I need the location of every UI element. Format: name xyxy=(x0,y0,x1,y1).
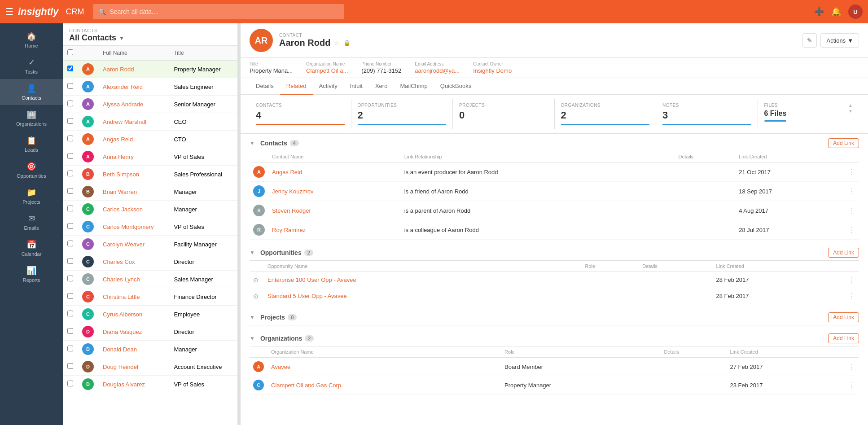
row-more-icon[interactable]: ⋮ xyxy=(848,168,855,176)
contact-list-row[interactable]: C Charles Lynch Sales Manager xyxy=(63,271,237,288)
row-checkbox[interactable] xyxy=(67,381,73,386)
related-contact-name-link[interactable]: Jenny Kouzmov xyxy=(272,188,314,195)
contact-list-row[interactable]: B Brian Warren Manager xyxy=(63,183,237,201)
row-checkbox[interactable] xyxy=(67,223,73,229)
contact-name-link[interactable]: Donald Dean xyxy=(103,346,137,353)
row-checkbox[interactable] xyxy=(67,293,73,299)
opportunity-name-link[interactable]: Enterprise 100 User Opp - Avavee xyxy=(267,276,356,283)
row-checkbox[interactable] xyxy=(67,118,73,124)
sidebar-item-contacts[interactable]: 👤 Contacts xyxy=(0,79,63,105)
row-more-icon[interactable]: ⋮ xyxy=(848,226,855,234)
contact-name-link[interactable]: Brian Warren xyxy=(103,188,137,195)
contact-name-link[interactable]: Charles Cox xyxy=(103,259,135,265)
sidebar-item-emails[interactable]: ✉ Emails xyxy=(0,209,63,235)
contact-name-link[interactable]: Charles Lynch xyxy=(103,276,140,283)
scroll-down-arrow[interactable]: ▼ xyxy=(848,109,853,114)
contacts-add-link-button[interactable]: Add Link xyxy=(828,138,859,148)
row-more-icon[interactable]: ⋮ xyxy=(848,207,855,215)
contact-name-link[interactable]: Diana Vasquez xyxy=(103,329,142,335)
related-contact-name-link[interactable]: Steven Rodger xyxy=(272,207,311,214)
row-more-icon[interactable]: ⋮ xyxy=(848,188,855,195)
sidebar-item-opportunities[interactable]: 🎯 Opportunities xyxy=(0,157,63,183)
summary-projects[interactable]: PROJECTS 0 xyxy=(453,99,555,129)
contact-name-link[interactable]: Andrew Marshall xyxy=(103,118,146,125)
projects-add-link-button[interactable]: Add Link xyxy=(828,312,859,322)
opportunities-add-link-button[interactable]: Add Link xyxy=(828,248,859,258)
row-checkbox[interactable] xyxy=(67,83,73,89)
sidebar-item-reports[interactable]: 📊 Reports xyxy=(0,261,63,287)
contact-name-link[interactable]: Beth Simpson xyxy=(103,171,139,178)
contact-list-row[interactable]: B Beth Simpson Sales Professional xyxy=(63,166,237,183)
row-checkbox[interactable] xyxy=(67,363,73,369)
contact-name-link[interactable]: Carlos Montgomery xyxy=(103,223,153,230)
edit-button[interactable]: ✎ xyxy=(802,33,817,48)
row-checkbox[interactable] xyxy=(67,241,73,246)
favorite-star-icon[interactable]: ☆ xyxy=(334,39,340,47)
contact-name-link[interactable]: Doug Heindel xyxy=(103,364,138,370)
meta-owner-value[interactable]: Insightly Demo xyxy=(473,67,512,74)
tab-intuit[interactable]: Intuit xyxy=(344,78,369,95)
tab-activity[interactable]: Activity xyxy=(313,78,344,95)
summary-organizations[interactable]: ORGANIZATIONS 2 xyxy=(555,99,657,129)
row-more-icon[interactable]: ⋮ xyxy=(848,363,855,371)
meta-org-value[interactable]: Clampett Oil a... xyxy=(306,67,348,74)
contacts-dropdown-arrow[interactable]: ▼ xyxy=(119,35,124,41)
contact-name-link[interactable]: Carlos Jackson xyxy=(103,206,143,213)
sidebar-item-projects[interactable]: 📁 Projects xyxy=(0,183,63,209)
row-checkbox[interactable] xyxy=(67,346,73,351)
contact-list-row[interactable]: C Christina Little Finance Director xyxy=(63,288,237,306)
contact-name-link[interactable]: Douglas Alvarez xyxy=(103,381,145,388)
organizations-add-link-button[interactable]: Add Link xyxy=(828,333,859,343)
summary-contacts[interactable]: CONTACTS 4 xyxy=(250,99,351,129)
row-checkbox[interactable] xyxy=(67,101,73,106)
contacts-title[interactable]: All Contacts ▼ xyxy=(69,33,231,43)
contact-name-link[interactable]: Anna Henry xyxy=(103,153,134,160)
projects-section-chevron[interactable]: ▼ xyxy=(250,314,255,320)
contact-list-row[interactable]: C Carolyn Weaver Facility Manager xyxy=(63,236,237,253)
row-more-icon[interactable]: ⋮ xyxy=(848,276,855,284)
notification-icon[interactable]: 🔔 xyxy=(831,7,841,17)
tab-mailchimp[interactable]: MailChimp xyxy=(394,78,434,95)
contact-list-row[interactable]: A Aaron Rodd Property Manager xyxy=(63,61,237,78)
contact-list-row[interactable]: A Andrew Marshall CEO xyxy=(63,113,237,131)
row-checkbox[interactable] xyxy=(67,276,73,281)
row-checkbox[interactable] xyxy=(67,66,73,71)
add-icon[interactable]: ➕ xyxy=(814,7,824,17)
row-checkbox[interactable] xyxy=(67,206,73,211)
tab-quickbooks[interactable]: QuickBooks xyxy=(434,78,478,95)
organizations-section-chevron[interactable]: ▼ xyxy=(250,335,255,342)
scroll-arrows[interactable]: ▲ ▼ xyxy=(848,103,853,114)
row-checkbox[interactable] xyxy=(67,258,73,264)
scroll-up-arrow[interactable]: ▲ xyxy=(848,103,853,108)
tab-xero[interactable]: Xero xyxy=(369,78,394,95)
tab-related[interactable]: Related xyxy=(280,78,313,95)
org-name-link[interactable]: Clampett Oil and Gas Corp. xyxy=(271,382,343,389)
row-more-icon[interactable]: ⋮ xyxy=(848,381,855,389)
row-checkbox[interactable] xyxy=(67,328,73,334)
opportunities-section-chevron[interactable]: ▼ xyxy=(250,250,255,256)
related-contact-name-link[interactable]: Angas Reid xyxy=(272,169,302,175)
contact-list-row[interactable]: A Angas Reid CTO xyxy=(63,131,237,148)
org-name-link[interactable]: Avavee xyxy=(271,364,290,370)
summary-opportunities[interactable]: OPPORTUNITIES 2 xyxy=(351,99,453,129)
row-checkbox[interactable] xyxy=(67,171,73,176)
opportunity-name-link[interactable]: Standard 5 User Opp - Avavee xyxy=(267,293,347,299)
contact-list-row[interactable]: D Doug Heindel Account Executive xyxy=(63,358,237,376)
contact-name-link[interactable]: Aaron Rodd xyxy=(103,66,134,73)
tab-details[interactable]: Details xyxy=(250,78,280,95)
row-checkbox[interactable] xyxy=(67,136,73,141)
sidebar-item-organizations[interactable]: 🏢 Organizations xyxy=(0,105,63,131)
contact-name-link[interactable]: Alyssa Andrade xyxy=(103,101,143,108)
contact-name-link[interactable]: Angas Reid xyxy=(103,136,133,143)
summary-notes[interactable]: NOTES 3 xyxy=(656,99,758,129)
summary-files[interactable]: FILES 6 Files ▲ ▼ xyxy=(758,99,859,129)
sidebar-item-calendar[interactable]: 📅 Calendar xyxy=(0,235,63,261)
search-input[interactable] xyxy=(110,8,339,15)
contact-list-row[interactable]: A Anna Henry VP of Sales xyxy=(63,148,237,166)
contact-list-row[interactable]: C Charles Cox Director xyxy=(63,253,237,271)
sidebar-item-leads[interactable]: 📋 Leads xyxy=(0,131,63,157)
actions-button[interactable]: Actions ▼ xyxy=(820,33,859,48)
contact-name-link[interactable]: Cyrus Alberson xyxy=(103,311,142,318)
row-checkbox[interactable] xyxy=(67,188,73,194)
row-checkbox[interactable] xyxy=(67,311,73,316)
